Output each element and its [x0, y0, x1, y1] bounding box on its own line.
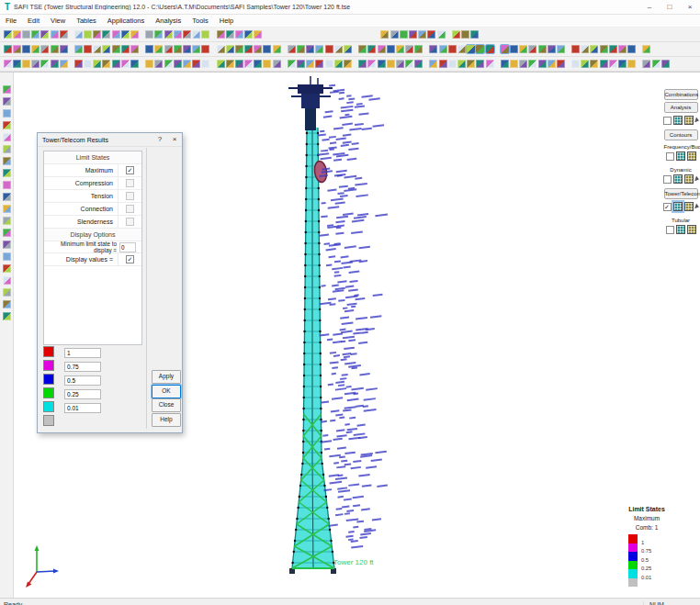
- toolbar-icon[interactable]: [297, 45, 305, 53]
- toolbar-icon[interactable]: [448, 60, 457, 68]
- apply-button[interactable]: Apply: [152, 370, 181, 384]
- toolbar-icon[interactable]: [3, 264, 11, 273]
- contour-color-swatch[interactable]: [43, 346, 54, 357]
- toolbar-icon[interactable]: [121, 45, 130, 53]
- toolbar-icon[interactable]: [306, 60, 314, 68]
- toolbar-icon[interactable]: [618, 45, 627, 53]
- toolbar-icon[interactable]: [192, 30, 200, 39]
- toolbar-icon[interactable]: [378, 60, 386, 68]
- toolbar-icon[interactable]: [519, 60, 527, 68]
- toolbar-icon[interactable]: [183, 30, 191, 39]
- toolbar-icon[interactable]: [273, 60, 281, 68]
- toolbar-icon[interactable]: [405, 60, 413, 68]
- toolbar-icon[interactable]: [600, 60, 608, 68]
- help-button[interactable]: Help: [152, 413, 181, 427]
- contour-color-swatch[interactable]: [43, 387, 54, 398]
- toolbar-icon[interactable]: [192, 60, 200, 68]
- toolbar-icon[interactable]: [93, 60, 101, 68]
- toolbar-icon[interactable]: [396, 45, 404, 53]
- toolbar-icon[interactable]: [112, 60, 120, 68]
- toolbar-icon[interactable]: [439, 45, 447, 53]
- toolbar-icon[interactable]: [3, 97, 11, 106]
- toolbar-icon[interactable]: [418, 30, 426, 39]
- panel-frequency-buck-[interactable]: Frequency/Buck.: [664, 142, 698, 151]
- toolbar-icon[interactable]: [387, 60, 395, 68]
- toolbar-icon[interactable]: [112, 30, 120, 39]
- toolbar-icon[interactable]: [396, 60, 404, 68]
- toolbar-icon[interactable]: [306, 45, 314, 53]
- toolbar-icon[interactable]: [661, 60, 670, 68]
- toolbar-icon[interactable]: [571, 60, 580, 68]
- toolbar-icon[interactable]: [40, 45, 49, 53]
- toolbar-icon[interactable]: [51, 30, 59, 39]
- toolbar-icon[interactable]: [13, 45, 21, 53]
- toolbar-icon[interactable]: [315, 60, 323, 68]
- toolbar-icon[interactable]: [548, 45, 556, 53]
- toolbar-icon[interactable]: [3, 252, 11, 261]
- toolbar-icon[interactable]: [31, 45, 40, 53]
- toolbar-icon[interactable]: [226, 60, 234, 68]
- toolbar-icon[interactable]: [609, 45, 617, 53]
- toolbar-icon[interactable]: [448, 45, 457, 53]
- toolbar-icon[interactable]: [254, 45, 262, 53]
- toolbar-icon[interactable]: [3, 181, 11, 189]
- toolbar-icon[interactable]: [3, 312, 11, 320]
- toolbar-icon[interactable]: [145, 60, 153, 68]
- toolbar-icon[interactable]: [244, 45, 253, 53]
- min-limit-input[interactable]: [119, 242, 136, 252]
- panel-visibility-checkbox[interactable]: [666, 226, 674, 234]
- toolbar-icon[interactable]: [31, 30, 40, 39]
- toolbar-icon[interactable]: [390, 30, 399, 39]
- toolbar-icon[interactable]: [84, 60, 92, 68]
- toolbar-icon[interactable]: [344, 60, 352, 68]
- toolbar-icon[interactable]: [154, 45, 163, 53]
- toolbar-icon[interactable]: [3, 229, 11, 237]
- toolbar-icon[interactable]: [3, 193, 11, 201]
- toolbar-icon[interactable]: [486, 60, 494, 68]
- toolbar-icon[interactable]: [60, 60, 68, 68]
- toolbar-icon[interactable]: [325, 45, 333, 53]
- toolbar-icon[interactable]: [334, 60, 343, 68]
- toolbar-icon[interactable]: [501, 45, 509, 53]
- toolbar-icon[interactable]: [84, 45, 92, 53]
- toolbar-icon[interactable]: [183, 60, 191, 68]
- ok-button[interactable]: OK: [152, 385, 181, 398]
- toolbar-icon[interactable]: [387, 45, 395, 53]
- toolbar-icon[interactable]: [609, 60, 617, 68]
- toolbar-icon[interactable]: [380, 30, 389, 39]
- close-button[interactable]: Close: [152, 398, 181, 412]
- toolbar-icon[interactable]: [528, 45, 536, 53]
- maximum-checkbox[interactable]: [126, 166, 134, 174]
- toolbar-icon[interactable]: [273, 45, 281, 53]
- toolbar-icon[interactable]: [164, 45, 173, 53]
- toolbar-icon[interactable]: [102, 60, 110, 68]
- toolbar-icon[interactable]: [344, 45, 352, 53]
- menu-tables[interactable]: Tables: [71, 15, 102, 27]
- toolbar-icon[interactable]: [288, 60, 296, 68]
- toolbar-icon[interactable]: [164, 60, 173, 68]
- panel-tubular[interactable]: Tubular: [664, 216, 698, 224]
- toolbar-icon[interactable]: [74, 60, 83, 68]
- threshold-value-input[interactable]: [64, 403, 101, 413]
- toolbar-icon[interactable]: [164, 30, 173, 39]
- toolbar-icon[interactable]: [93, 45, 101, 53]
- toolbar-icon[interactable]: [627, 45, 636, 53]
- settings-table-icon[interactable]: [684, 202, 694, 211]
- toolbar-icon[interactable]: [557, 45, 565, 53]
- toolbar-icon[interactable]: [145, 45, 153, 53]
- toolbar-icon[interactable]: [627, 60, 636, 68]
- toolbar-icon[interactable]: [358, 60, 367, 68]
- toolbar-icon[interactable]: [3, 276, 11, 285]
- toolbar-icon[interactable]: [3, 288, 11, 297]
- toolbar-icon[interactable]: [618, 60, 627, 68]
- toolbar-icon[interactable]: [60, 45, 68, 53]
- panel-visibility-checkbox[interactable]: [663, 203, 672, 211]
- panel-analysis[interactable]: Analysis: [664, 102, 698, 113]
- toolbar-icon[interactable]: [3, 121, 11, 129]
- toolbar-icon[interactable]: [590, 60, 598, 68]
- panel-contours[interactable]: Contours: [664, 129, 698, 140]
- toolbar-icon[interactable]: [192, 45, 200, 53]
- toolbar-icon[interactable]: [13, 30, 21, 39]
- dialog-help-button[interactable]: ?: [152, 133, 167, 146]
- threshold-value-input[interactable]: [64, 362, 101, 372]
